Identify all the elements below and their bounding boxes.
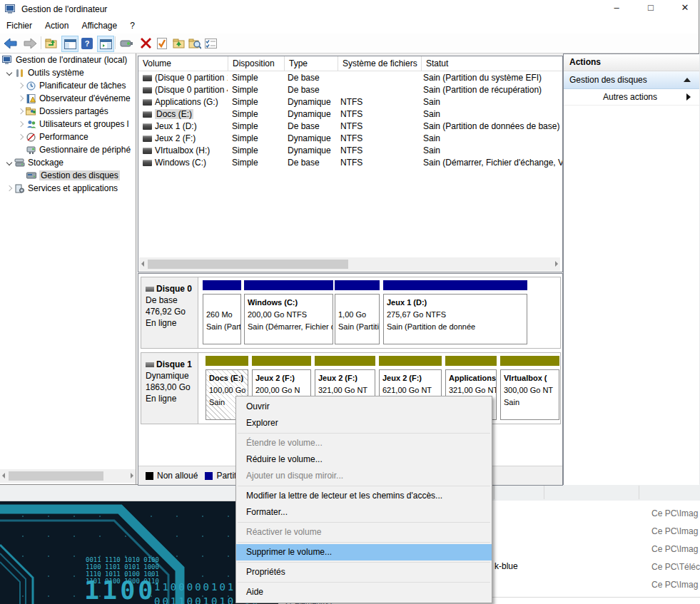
delete-icon[interactable] bbox=[138, 36, 153, 51]
forward-icon[interactable] bbox=[22, 36, 38, 51]
menu-item-proprietes[interactable]: Propriétés bbox=[236, 564, 492, 580]
volume-row[interactable]: VIrtualbox (H:) Simple Dynamique NTFS Sa… bbox=[138, 144, 562, 156]
scrollbar-thumb[interactable] bbox=[148, 260, 348, 269]
show-console-tree-icon[interactable] bbox=[61, 36, 78, 52]
close-button[interactable]: ✕ bbox=[673, 0, 697, 16]
help-icon[interactable]: ? bbox=[79, 36, 95, 51]
tree-item-label: Gestion de l'ordinateur (local) bbox=[16, 55, 127, 65]
menu-separator bbox=[238, 582, 490, 583]
chevron-down-icon[interactable] bbox=[6, 70, 12, 76]
menu-action[interactable]: Action bbox=[39, 19, 75, 34]
tree-item-outils-systeme[interactable]: Outils système bbox=[0, 66, 136, 79]
collapse-icon[interactable] bbox=[684, 78, 691, 82]
menu-item-explorer[interactable]: Explorer bbox=[236, 415, 492, 431]
chevron-right-icon[interactable] bbox=[18, 83, 24, 88]
tree-item-computer-management[interactable]: Gestion de l'ordinateur (local) bbox=[0, 53, 136, 66]
disk-status: En ligne bbox=[146, 393, 198, 404]
scroll-right-arrow[interactable] bbox=[555, 261, 558, 267]
actions-item-autres-actions[interactable]: Autres actions bbox=[564, 89, 699, 106]
column-separator bbox=[639, 486, 639, 499]
checklist-icon[interactable] bbox=[203, 36, 218, 51]
tree-item-label: Utilisateurs et groupes l bbox=[39, 119, 128, 129]
tree-item-gestionnaire-peripheriques[interactable]: Gestionnaire de périphé bbox=[0, 143, 136, 156]
column-header-disposition[interactable]: Disposition bbox=[228, 56, 285, 71]
menu-separator bbox=[238, 433, 490, 434]
partition-jeux1-d[interactable]: Jeux 1 (D:)275,67 Go NTFSSain (Partition… bbox=[383, 280, 527, 344]
partition-efi[interactable]: 260 MoSain (Part bbox=[203, 280, 241, 344]
tree-item-services-applications[interactable]: Services et applications bbox=[0, 182, 136, 195]
export-folder-icon[interactable] bbox=[44, 36, 59, 51]
chevron-right-icon[interactable] bbox=[18, 108, 24, 114]
chevron-right-icon[interactable] bbox=[18, 134, 24, 140]
volume-list-horizontal-scrollbar[interactable] bbox=[139, 257, 560, 271]
menu-item-etendre-le-volume: Étendre le volume... bbox=[236, 435, 492, 451]
scroll-left-arrow[interactable] bbox=[2, 473, 5, 478]
partition-windows-c[interactable]: Windows (C:)200,00 Go NTFSSain (Démarrer… bbox=[244, 280, 333, 344]
menu-item-formater[interactable]: Formater... bbox=[236, 504, 492, 521]
tree-item-observateur[interactable]: Observateur d'événeme bbox=[0, 92, 136, 105]
volume-row[interactable]: Windows (C:) Simple De base NTFS Sain (D… bbox=[138, 156, 562, 168]
volume-row[interactable]: (Disque 0 partition 4) Simple De base Sa… bbox=[138, 83, 562, 96]
explorer-row-location[interactable]: Ce PC\Imag bbox=[651, 526, 700, 536]
back-icon[interactable] bbox=[3, 36, 19, 51]
scrollbar-thumb[interactable] bbox=[9, 471, 103, 481]
scroll-right-arrow[interactable] bbox=[131, 473, 133, 478]
explorer-row-location[interactable]: Ce PC\Imag bbox=[651, 544, 700, 554]
scroll-left-arrow[interactable] bbox=[141, 261, 144, 267]
menu-item-reactiver-le-volume: Réactiver le volume bbox=[236, 524, 492, 541]
disk-header-disque0[interactable]: Disque 0 De base 476,92 Go En ligne bbox=[141, 277, 198, 348]
column-header-fs[interactable]: Système de fichiers bbox=[338, 56, 422, 71]
partition-color-bar bbox=[335, 280, 380, 290]
chevron-right-icon[interactable] bbox=[18, 121, 24, 127]
device-icon[interactable] bbox=[118, 36, 134, 51]
volume-row[interactable]: Jeux 1 (D:) Simple De base NTFS Sain (Pa… bbox=[138, 120, 562, 132]
menu-item-modifier-lettre-lecteur[interactable]: Modifier la lettre de lecteur et les che… bbox=[236, 488, 492, 504]
tree-item-planificateur[interactable]: Planificateur de tâches bbox=[0, 79, 136, 92]
system-tools-icon bbox=[14, 68, 25, 78]
folder-search-icon[interactable] bbox=[187, 36, 203, 51]
title-bar[interactable]: Gestion de l'ordinateur – □ ✕ bbox=[0, 0, 699, 19]
maximize-button[interactable]: □ bbox=[639, 0, 663, 16]
wallpaper-binary-row: 11000001010 bbox=[154, 581, 244, 593]
column-header-statut[interactable]: Statut bbox=[422, 56, 562, 71]
menu-affichage[interactable]: Affichage bbox=[75, 19, 123, 34]
chevron-right-icon[interactable] bbox=[6, 185, 12, 191]
tree-item-stockage[interactable]: Stockage bbox=[0, 156, 136, 169]
tree-horizontal-scrollbar[interactable] bbox=[0, 469, 136, 483]
partition-color-bar bbox=[244, 280, 333, 290]
menu-item-reduire-le-volume[interactable]: Réduire le volume... bbox=[236, 451, 492, 468]
folder-up-icon[interactable] bbox=[171, 36, 186, 51]
tree-item-performance[interactable]: Performance bbox=[0, 130, 136, 143]
menu-item-aide[interactable]: Aide bbox=[236, 584, 492, 600]
menu-fichier[interactable]: Fichier bbox=[0, 19, 39, 34]
partition-virtualbox-h[interactable]: VIrtualbox (300,00 Go NTSain bbox=[500, 356, 559, 420]
volume-icon bbox=[143, 87, 152, 93]
show-action-pane-icon[interactable] bbox=[97, 36, 114, 52]
menu-item-ouvrir[interactable]: Ouvrir bbox=[236, 399, 492, 415]
explorer-row-location[interactable]: Ce PC\Imag bbox=[651, 580, 700, 590]
volume-row[interactable]: Applications (G:) Simple Dynamique NTFS … bbox=[138, 96, 562, 108]
chevron-right-icon[interactable] bbox=[18, 96, 24, 101]
actions-group-gestion-des-disques[interactable]: Gestion des disques bbox=[564, 71, 699, 89]
partition-recovery[interactable]: 1,00 GoSain (Partitio bbox=[335, 280, 380, 344]
chevron-down-icon[interactable] bbox=[6, 160, 12, 165]
explorer-row-location[interactable]: Ce PC\Imag bbox=[651, 508, 700, 518]
volume-row-selected[interactable]: Docs (E:) Simple Dynamique NTFS Sain bbox=[138, 108, 562, 120]
explorer-row-location[interactable]: Ce PC\Téléc bbox=[651, 562, 700, 572]
volume-row[interactable]: Jeux 2 (F:) Simple Dynamique NTFS Sain bbox=[138, 132, 562, 144]
disk-header-disque1[interactable]: Disque 1 Dynamique 1863,00 Go En ligne bbox=[141, 353, 198, 424]
column-header-volume[interactable]: Volume bbox=[138, 56, 228, 71]
volume-row[interactable]: (Disque 0 partition 1) Simple De base Sa… bbox=[138, 71, 562, 83]
tree-item-utilisateurs[interactable]: Utilisateurs et groupes l bbox=[0, 118, 136, 130]
tree-item-dossiers-partages[interactable]: Dossiers partagés bbox=[0, 105, 136, 118]
validate-document-icon[interactable] bbox=[154, 36, 170, 51]
column-header-type[interactable]: Type bbox=[285, 56, 338, 71]
volume-icon bbox=[143, 99, 152, 106]
menu-help[interactable]: ? bbox=[123, 19, 141, 34]
disk-size: 1863,00 Go bbox=[146, 382, 198, 393]
menu-item-supprimer-le-volume[interactable]: Supprimer le volume... bbox=[236, 544, 492, 561]
tree-item-gestion-des-disques[interactable]: Gestion des disques bbox=[0, 169, 136, 182]
actions-group-label: Gestion des disques bbox=[569, 75, 647, 85]
minimize-button[interactable]: – bbox=[604, 0, 629, 16]
context-menu: Ouvrir Explorer Étendre le volume... Réd… bbox=[235, 396, 492, 603]
